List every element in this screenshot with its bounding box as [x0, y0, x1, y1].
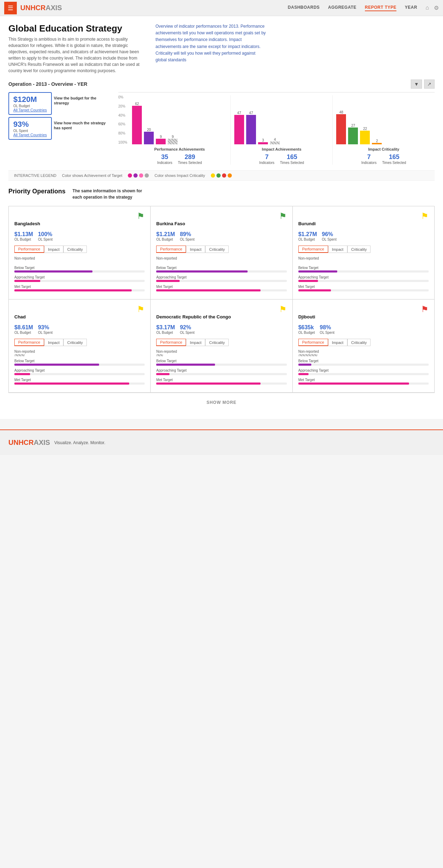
logo-unhcr: UNHCR: [20, 4, 46, 12]
footer-tagline: Visualize. Analyze. Monitor.: [54, 440, 105, 445]
op-card-drc: Democratic Republic of the Congo ⚑ $3.17…: [151, 299, 292, 393]
tab-crit-bangladesh[interactable]: Criticality: [63, 246, 87, 253]
op-name-burkina: Burkina Faso: [156, 221, 185, 226]
tab-perf-djibouti[interactable]: Performance: [298, 339, 328, 346]
export-button[interactable]: ↗: [424, 80, 435, 89]
bar-impact-4: 4: [270, 138, 280, 144]
tab-crit-chad[interactable]: Criticality: [63, 339, 87, 346]
show-more-button[interactable]: SHOW MORE: [8, 393, 435, 412]
op-kpis-burkina: $1.21M OL Budget 89% OL Spent: [156, 231, 286, 241]
home-icon[interactable]: ⌂: [425, 5, 429, 11]
dot-1: [128, 173, 132, 178]
bar-perf-4: 9: [168, 135, 178, 144]
tab-perf-burkina[interactable]: Performance: [156, 246, 186, 253]
dot-3: [139, 173, 143, 178]
impact-times: 165 Times Selected: [280, 153, 304, 165]
footer-logo-unhcr: UNHCR: [8, 439, 34, 446]
op-flag-burundi: ⚑: [421, 211, 429, 221]
op-tabs-drc: Performance Impact Criticality: [156, 339, 286, 346]
legend-label: INTERACTIVE LEGEND: [14, 173, 56, 178]
perf-indicators: 35 Indicators: [157, 153, 172, 165]
nav-dashboards[interactable]: DASHBOARDS: [288, 5, 320, 11]
nav-year[interactable]: YEAR: [405, 5, 417, 11]
filter-button[interactable]: ▼: [411, 80, 422, 89]
tab-crit-djibouti[interactable]: Criticality: [347, 339, 371, 346]
op-name-djibouti: Djibouti: [298, 314, 315, 319]
page-subtitle: This Strategy is ambitious in its aim to…: [8, 36, 141, 74]
op-tabs-bangladesh: Performance Impact Criticality: [14, 246, 145, 253]
impact-bars: 47 47 3 4: [234, 95, 329, 144]
page-title: Global Education Strategy: [8, 23, 141, 34]
perf-times: 289 Times Selected: [178, 153, 202, 165]
main-content: Global Education Strategy This Strategy …: [0, 16, 443, 419]
tab-impact-bangladesh[interactable]: Impact: [44, 246, 63, 253]
op-tabs-djibouti: Performance Impact Criticality: [298, 339, 429, 346]
tab-perf-drc[interactable]: Performance: [156, 339, 186, 346]
settings-icon[interactable]: ⚙: [434, 5, 439, 11]
progress-bangladesh: Non-reported Below Target Approaching Ta…: [14, 256, 145, 291]
op-flag-bangladesh: ⚑: [137, 211, 145, 221]
tab-impact-burundi[interactable]: Impact: [328, 246, 347, 253]
crit-bars: 48 27 22 2: [336, 95, 431, 144]
op-tabs-burkina: Performance Impact Criticality: [156, 246, 286, 253]
nav-aggregate[interactable]: AGGREGATE: [328, 5, 357, 11]
op-flag-djibouti: ⚑: [421, 304, 429, 314]
bar-perf-1: 62: [132, 102, 142, 144]
legend-bar: INTERACTIVE LEGEND Color shows Achieveme…: [8, 170, 435, 181]
hamburger-button[interactable]: ☰: [4, 2, 17, 14]
bar-crit-2: 27: [348, 124, 358, 144]
dot-5: [211, 173, 215, 178]
impact-counts: 7 Indicators 165 Times Selected: [234, 153, 329, 165]
dot-6: [216, 173, 221, 178]
op-flag-drc: ⚑: [279, 304, 287, 314]
progress-chad: Non-reported Below Target Approaching Ta…: [14, 350, 145, 385]
op-card-chad: Chad ⚑ $8.61M OL Budget 93% OL Spent Per…: [9, 299, 151, 393]
tab-impact-burkina[interactable]: Impact: [186, 246, 205, 253]
annotation-spent: View how much the strategy has spent: [54, 120, 110, 131]
perf-bars: 62 20 9 9: [132, 95, 227, 144]
progress-drc: Non-reported Below Target Approaching Ta…: [156, 350, 286, 385]
nav-icons: ⌂ ⚙: [425, 5, 439, 11]
budget-value: $120M: [13, 95, 47, 104]
tab-crit-drc[interactable]: Criticality: [205, 339, 229, 346]
tab-impact-djibouti[interactable]: Impact: [328, 339, 347, 346]
spent-link[interactable]: All Target Countries: [13, 133, 47, 137]
op-flag-chad: ⚑: [137, 304, 145, 314]
op-kpis-chad: $8.61M OL Budget 93% OL Spent: [14, 324, 145, 335]
tab-impact-drc[interactable]: Impact: [186, 339, 205, 346]
tab-crit-burundi[interactable]: Criticality: [347, 246, 371, 253]
spent-kpi: 93% OL Spent All Target Countries: [8, 117, 52, 140]
op-card-burundi: Burundi ⚑ $1.27M OL Budget 96% OL Spent …: [293, 206, 435, 299]
crit-chart-title: Impact Criticality: [336, 147, 431, 151]
op-kpis-burundi: $1.27M OL Budget 96% OL Spent: [298, 231, 429, 241]
tab-perf-bangladesh[interactable]: Performance: [14, 246, 44, 253]
logo: UNHCRAXIS: [20, 4, 62, 12]
legend-criticality-label: Color shows Impact Criticality: [154, 173, 205, 178]
perf-counts: 35 Indicators 289 Times Selected: [132, 153, 227, 165]
spent-label: OL Spent: [13, 129, 47, 133]
op-card-burkina: Burkina Faso ⚑ $1.21M OL Budget 89% OL S…: [151, 206, 292, 299]
bar-crit-4: 2: [372, 139, 382, 144]
nav-report-type[interactable]: REPORT TYPE: [365, 5, 396, 11]
tab-perf-burundi[interactable]: Performance: [298, 246, 328, 253]
nav-links: DASHBOARDS AGGREGATE REPORT TYPE YEAR: [288, 5, 417, 11]
progress-burundi: Non-reported Below Target Approaching Ta…: [298, 256, 429, 291]
progress-burkina: Non-reported Below Target Approaching Ta…: [156, 256, 286, 291]
op-name-burundi: Burundi: [298, 221, 316, 226]
tab-impact-chad[interactable]: Impact: [44, 339, 63, 346]
dot-2: [133, 173, 138, 178]
priority-ops-title: Priority Operations: [8, 188, 65, 195]
perf-chart-title: Performance Achievements: [132, 147, 227, 151]
tab-crit-burkina[interactable]: Criticality: [205, 246, 229, 253]
bar-crit-3: 22: [360, 127, 370, 144]
budget-kpi: $120M OL Budget All Target Countries: [8, 92, 52, 115]
navbar: ☰ UNHCRAXIS DASHBOARDS AGGREGATE REPORT …: [0, 0, 443, 16]
op-card-djibouti: Djibouti ⚑ $635k OL Budget 98% OL Spent …: [293, 299, 435, 393]
impact-chart: 47 47 3 4 Impact A: [231, 95, 333, 165]
ops-grid: Bangladesh ⚑ $1.13M OL Budget 100% OL Sp…: [8, 206, 435, 393]
op-tabs-chad: Performance Impact Criticality: [14, 339, 145, 346]
tab-perf-chad[interactable]: Performance: [14, 339, 44, 346]
budget-link[interactable]: All Target Countries: [13, 108, 47, 112]
bar-impact-2: 47: [246, 111, 256, 144]
y-axis: 100% 80% 60% 40% 20% 0%: [118, 95, 127, 144]
